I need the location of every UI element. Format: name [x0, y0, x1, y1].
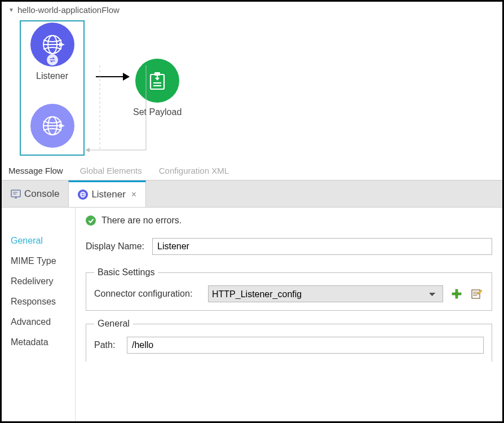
general-group: General Path:: [86, 319, 492, 362]
tab-console[interactable]: Console: [2, 180, 68, 207]
edit-config-button[interactable]: [470, 287, 484, 301]
properties-form: There are no errors. Display Name: Basic…: [76, 208, 502, 421]
tab-listener[interactable]: Listener ×: [68, 180, 146, 207]
clipboard-download-icon: [146, 69, 169, 92]
listener-node-label: Listener: [36, 71, 68, 81]
basic-settings-group: Basic Settings Connector configuration: …: [86, 267, 492, 311]
plus-icon: [451, 288, 462, 299]
sidebar-item-mime-type[interactable]: MIME Type: [11, 256, 75, 266]
flow-canvas: ▼ hello-world-applicationFlow: [2, 2, 502, 166]
svg-rect-9: [154, 72, 160, 76]
display-name-input[interactable]: [152, 238, 492, 255]
tab-message-flow[interactable]: Message Flow: [8, 166, 63, 175]
listener-node[interactable]: [30, 23, 74, 67]
flow-title: hello-world-applicationFlow: [17, 5, 120, 15]
sidebar-item-metadata[interactable]: Metadata: [11, 337, 75, 347]
editor-tab-row: Message Flow Global Elements Configurati…: [2, 166, 502, 180]
edit-icon: [471, 288, 483, 299]
console-icon: [11, 189, 21, 199]
set-payload-node[interactable]: [135, 59, 179, 103]
svg-rect-13: [11, 190, 20, 197]
connector-config-select[interactable]: HTTP_Listener_config: [208, 285, 443, 302]
set-payload-node-label: Set Payload: [133, 107, 182, 117]
properties-pane: General MIME Type Redelivery Responses A…: [2, 207, 502, 421]
properties-side-nav: General MIME Type Redelivery Responses A…: [2, 208, 76, 421]
tab-console-label: Console: [24, 188, 59, 200]
status-row: There are no errors.: [86, 215, 492, 226]
listener-node-selection[interactable]: Listener: [20, 20, 85, 156]
general-legend: General: [94, 319, 133, 329]
exchange-badge-icon: [47, 54, 58, 65]
sidebar-item-general[interactable]: General: [11, 236, 75, 246]
sidebar-item-redelivery[interactable]: Redelivery: [11, 276, 75, 287]
listener-tab-icon: [78, 190, 88, 200]
collapse-caret-icon[interactable]: ▼: [8, 7, 14, 13]
view-tabbar: Console Listener ×: [2, 180, 502, 207]
display-name-row: Display Name:: [86, 238, 492, 255]
add-config-button[interactable]: [450, 287, 463, 301]
tab-listener-label: Listener: [91, 189, 125, 200]
path-input[interactable]: [127, 337, 484, 354]
globe-arrow-icon: [40, 113, 65, 138]
flow-title-row[interactable]: ▼ hello-world-applicationFlow: [8, 5, 502, 15]
status-text: There are no errors.: [101, 215, 182, 226]
connector-config-label: Connector configuration:: [94, 289, 201, 299]
svg-marker-7: [59, 124, 65, 128]
flow-arrow: [96, 73, 130, 81]
tab-configuration-xml[interactable]: Configuration XML: [159, 166, 229, 175]
sidebar-item-responses[interactable]: Responses: [11, 297, 75, 307]
display-name-label: Display Name:: [86, 241, 145, 252]
sidebar-item-advanced[interactable]: Advanced: [11, 317, 75, 327]
path-label: Path:: [94, 340, 120, 350]
basic-settings-legend: Basic Settings: [94, 267, 158, 277]
check-circle-icon: [86, 215, 96, 226]
close-icon[interactable]: ×: [131, 190, 136, 200]
set-payload-node-wrap[interactable]: Set Payload: [133, 59, 182, 117]
globe-arrow-icon: [40, 32, 65, 57]
svg-marker-3: [59, 42, 65, 47]
listener-response-node[interactable]: [30, 104, 74, 148]
svg-rect-21: [452, 293, 461, 295]
tab-global-elements[interactable]: Global Elements: [80, 166, 142, 175]
